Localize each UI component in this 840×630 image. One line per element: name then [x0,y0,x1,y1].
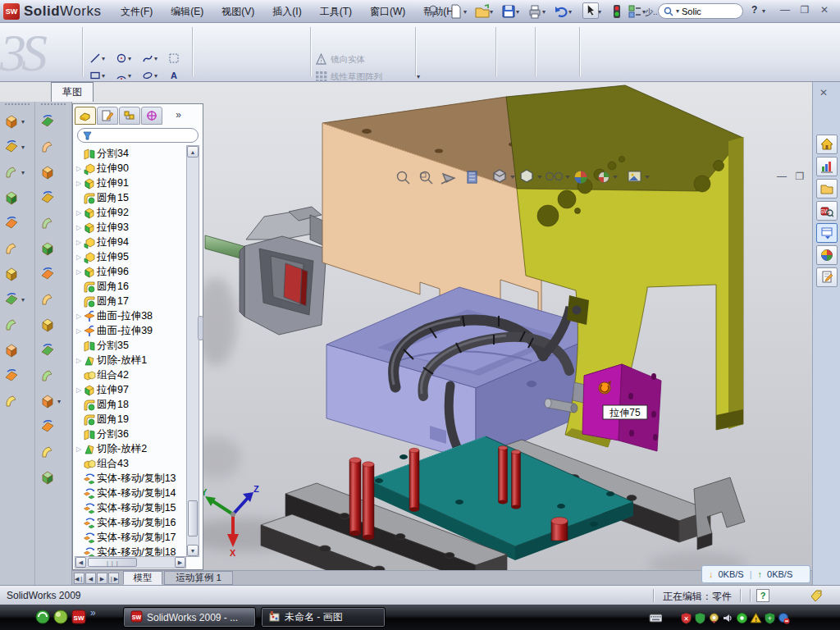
green-app-icon[interactable] [34,609,51,625]
pattern-icon[interactable]: ▾ [0,288,33,311]
tree-item[interactable]: 实体-移动/复制13 [75,471,186,486]
scroll-left-icon[interactable]: ◀ [75,557,86,568]
volume-icon[interactable] [721,611,734,624]
traffic-light-icon[interactable] [609,3,625,20]
tree-item[interactable]: 分割36 [75,427,186,441]
tree-horizontal-scrollbar[interactable]: ◀ ❘❘❘ ▶ [75,556,186,568]
solidworks-resources-icon[interactable] [816,135,838,154]
custom-properties-icon[interactable] [816,267,838,287]
search-scope-caret[interactable]: ▾ [676,7,679,15]
undercut-analysis-icon[interactable] [36,415,69,438]
antivirus-shield-icon[interactable]: ✕ [679,611,692,624]
tree-item[interactable]: 圆角16 [75,279,186,294]
tree-item[interactable]: 实体-移动/复制14 [75,486,186,500]
tree-item[interactable]: ▷拉伸96 [75,264,186,279]
rib-icon[interactable] [0,212,33,235]
expand-icon[interactable]: ▷ [75,224,83,231]
taskbar-window-1[interactable]: SWSolidWorks 2009 - ... [123,607,256,628]
core-icon[interactable] [36,288,69,311]
select-box-icon[interactable] [166,50,190,66]
prev-tab-icon[interactable]: ◀ [85,573,96,584]
undo-icon[interactable] [553,3,569,20]
document-tab-1[interactable]: 模型 [123,571,162,585]
line-icon[interactable]: ▾ [87,50,112,66]
document-restore-icon[interactable]: ❐ [792,171,807,184]
keyboard-icon[interactable] [649,611,662,624]
scroll-thumb[interactable]: ❘❘❘ [88,558,137,567]
help-button[interactable]: ? [751,4,757,16]
orb-app-icon[interactable] [52,609,69,625]
tree-item[interactable]: ▷切除-放样1 [75,353,186,368]
panel-splitter-handle[interactable] [198,316,203,340]
tree-item[interactable]: ▷拉伸90 [75,161,186,176]
options-list-icon[interactable] [627,3,643,20]
solidworks-quick-icon[interactable]: SW [71,609,87,625]
solidworks-search-icon[interactable]: SW [816,201,838,221]
expand-icon[interactable]: ▷ [75,386,83,394]
split-line-icon[interactable] [36,466,69,489]
view-palette-icon[interactable] [816,223,838,243]
dropdown-caret[interactable]: ▾ [490,8,493,16]
tag-icon[interactable] [809,588,824,603]
tooling-split-icon[interactable] [36,262,69,285]
search-box[interactable]: ▾ [658,3,743,19]
scroll-thumb[interactable] [188,500,198,536]
tree-item[interactable]: 组合43 [75,456,186,471]
open-icon[interactable] [474,3,491,20]
parting-line-icon[interactable] [36,186,69,209]
planar-surface-icon[interactable] [36,110,69,133]
shut-off-surface-icon[interactable] [36,212,69,235]
select-icon[interactable] [582,2,599,19]
tree-item[interactable]: 实体-移动/复制15 [75,500,186,515]
spline-icon[interactable]: ▾ [139,50,164,66]
dimxpertmanager-tab[interactable] [141,107,162,125]
tree-item[interactable]: ▷拉伸95 [75,249,186,264]
text-icon[interactable]: A [166,67,190,84]
taskbar-window-2[interactable]: 未命名 - 画图 [261,607,386,628]
tree-item[interactable]: ▷拉伸92 [75,205,186,220]
tree-item[interactable]: 圆角19 [75,412,186,427]
tree-vertical-scrollbar[interactable]: ▲ ▼ [186,145,199,557]
chamfer-icon[interactable] [0,364,33,387]
ruled-surface-icon[interactable] [36,161,69,184]
expand-icon[interactable]: ▷ [75,327,83,335]
sweep-icon[interactable]: ▾ [0,161,33,184]
save-icon[interactable] [500,3,517,20]
expand-icon[interactable]: ▷ [75,357,83,364]
expand-icon[interactable]: ▷ [75,239,83,246]
menu-W[interactable]: 窗口(W) [361,2,414,22]
menu-T[interactable]: 工具(T) [311,2,361,22]
propertymanager-tab[interactable] [97,107,118,125]
expand-icon[interactable]: ▷ [75,180,83,187]
revolve-icon[interactable]: ▾ [0,135,33,158]
firewall-shield-icon[interactable] [693,611,706,624]
quick-tips-icon[interactable]: ? [756,589,769,602]
first-tab-icon[interactable]: ◀❘ [74,573,84,584]
defender-shield-icon[interactable]: + [763,611,776,624]
tree-item[interactable]: 分割35 [75,338,186,353]
pin-icon[interactable] [425,3,441,20]
dropdown-caret[interactable]: ▾ [516,8,519,16]
design-library-icon[interactable] [816,157,838,176]
appearances-icon[interactable] [816,245,838,265]
close-icon[interactable]: ✕ [817,4,832,17]
tree-item[interactable]: ▷拉伸97 [75,382,186,397]
mirror-icon[interactable] [0,313,33,336]
restore-icon[interactable]: ❐ [797,4,812,17]
tree-item[interactable]: ▷拉伸94 [75,235,186,249]
draft-icon[interactable] [0,262,33,285]
tree-item[interactable]: 实体-移动/复制17 [75,530,186,545]
dropdown-caret[interactable]: ▾ [542,8,546,16]
expand-icon[interactable]: ▷ [75,268,83,276]
hole-wizard-icon[interactable] [0,390,33,413]
expand-icon[interactable]: ▷ [75,253,83,261]
radiate-surface-icon[interactable] [36,135,69,158]
dropdown-caret[interactable]: ▾ [598,8,601,16]
minimize-icon[interactable]: — [778,4,792,17]
menu-F[interactable]: 文件(F) [112,2,162,22]
updates-icon[interactable] [777,611,790,624]
cavity-icon[interactable] [36,313,69,336]
tree-filter-bar[interactable] [77,128,199,143]
search-input[interactable] [682,7,728,16]
circle-icon[interactable]: ▾ [113,50,138,66]
